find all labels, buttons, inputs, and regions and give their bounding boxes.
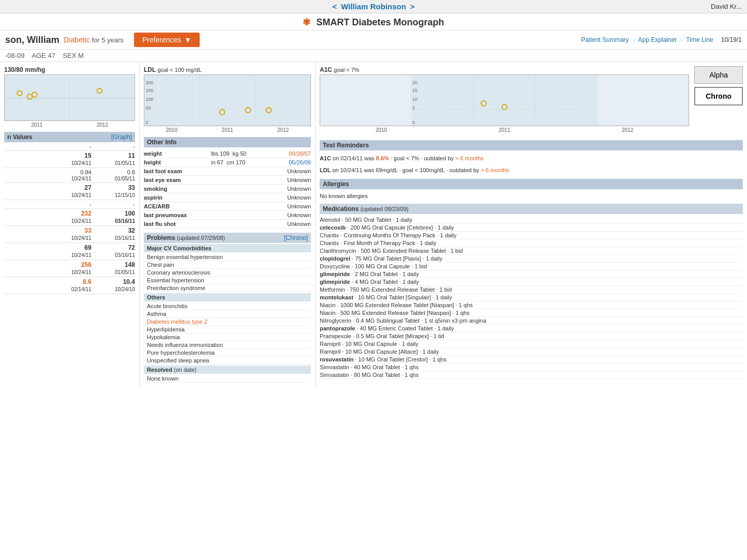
graph-link[interactable]: [Graph] <box>111 133 132 141</box>
allergies-header: Allergies <box>320 179 743 189</box>
lab-v2: 10.410/24/10 <box>92 278 135 293</box>
ace-label: ACE/ARB <box>144 203 211 209</box>
ldl-x-axis: 2010 2011 2012 <box>144 127 311 133</box>
med-item: Simvastatin · 40 MG Oral Tablet · 1 qhs <box>320 364 743 371</box>
lab-v1: 23210/24/11 <box>48 210 91 224</box>
bp-chart-title: 130/80 mm/hg <box>4 66 135 73</box>
title-bar: ✾ SMART Diabetes Monograph <box>0 13 747 31</box>
problems-header: Problems (updated 07/29/08) [Chrono] <box>144 233 311 243</box>
medications-list: Atenolol · 50 MG Oral Tablet · 1 daily c… <box>320 216 743 379</box>
a1c-chart-container: 20 15 10 5 0 <box>320 74 689 126</box>
right-links: Patient Summary · App Explainer · Time L… <box>579 36 742 43</box>
svg-text:0: 0 <box>412 120 415 125</box>
problem-item: Essential hypertension <box>144 277 311 284</box>
lab-label <box>4 244 48 259</box>
smoking-date: Unknown <box>270 186 311 192</box>
med-item: Ramipril · 10 MG Oral Capsule · 1 daily <box>320 340 743 348</box>
aspirin-value <box>211 194 270 201</box>
flower-icon: ✾ <box>303 17 310 27</box>
a1c-year-2012: 2012 <box>622 127 633 133</box>
lab-v2: 3312/15/10 <box>92 184 135 199</box>
lab-row: 3310/24/11 3203/16/11 <box>4 226 135 243</box>
header-date: 10/19/1 <box>721 36 742 43</box>
foot-date: Unknown <box>270 168 311 174</box>
info-row-foot: last foot exam Unknown <box>144 167 311 176</box>
pneumovax-date: Unknown <box>270 212 311 218</box>
lab-row: 23210/24/11 10003/16/11 <box>4 209 135 226</box>
problem-item: Chest pain <box>144 261 311 269</box>
a1c-chart-title: A1C goal < 7% <box>320 66 689 73</box>
sex-label: SEX <box>63 52 76 59</box>
weight-value: lbs 109 kg 50 <box>211 150 270 157</box>
ldl-year-2010: 2010 <box>166 127 177 133</box>
problem-item: Benign essential hypertension <box>144 253 311 261</box>
ldl-outdated-label: > 6 months <box>481 167 509 173</box>
alpha-button[interactable]: Alpha <box>694 66 743 84</box>
med-item: Ramipril · 10 MG Oral Capsule [Altace] ·… <box>320 348 743 356</box>
app-title: SMART Diabetes Monograph <box>317 17 444 27</box>
svg-text:50: 50 <box>146 105 151 111</box>
med-item: Pramipexole · 0.5 MG Oral Tablet [Mirape… <box>320 332 743 340</box>
bp-chart-section: 130/80 mm/hg 2011 2012 <box>4 66 135 128</box>
problems-title: Problems (updated 07/29/08) <box>147 234 225 241</box>
med-item: glimepiride · 2 MG Oral Tablet · 1 daily <box>320 270 743 278</box>
preferences-button[interactable]: Preferences ▼ <box>134 33 200 47</box>
lab-label <box>4 184 48 199</box>
height-value: in 67 cm 170 <box>211 159 270 165</box>
med-item: Atenolol · 50 MG Oral Tablet · 1 daily <box>320 216 743 224</box>
med-item: Niacin · 500 MG Extended Release Tablet … <box>320 309 743 317</box>
patient-summary-link[interactable]: Patient Summary <box>581 36 629 43</box>
other-info-table: weight lbs 109 kg 50 09/28/07 height in … <box>144 149 311 229</box>
lab-v1: 25610/24/11 <box>48 261 91 276</box>
lab-v1: 6910/24/11 <box>48 244 91 259</box>
svg-text:5: 5 <box>412 105 415 111</box>
a1c-chart-section: A1C goal < 7% 20 15 10 5 0 <box>320 66 689 133</box>
separator2: · <box>681 36 682 43</box>
lab-v1: 0.8410/24/11 <box>48 169 91 181</box>
ldl-chart-section: LDL goal < 100 mg/dL 200 150 100 50 0 <box>144 66 311 133</box>
lab-v2: 7203/16/11 <box>92 244 135 259</box>
none-known: None known <box>144 375 311 383</box>
resolved-header: Resolved (on date) <box>144 366 311 374</box>
problem-item: Pure hypercholesterolemia <box>144 349 311 357</box>
lab-label <box>4 227 48 241</box>
aspirin-date: Unknown <box>270 194 311 201</box>
bp-chart-svg <box>5 75 135 121</box>
med-item: rosuvastatin · 10 MG Oral Tablet [Cresto… <box>320 356 743 364</box>
svg-text:200: 200 <box>146 80 154 85</box>
top-nav: < William Robinson > David Kr... <box>0 0 747 13</box>
bp-year-2011: 2011 <box>31 122 42 128</box>
eye-value <box>211 177 270 183</box>
a1c-chart-svg: 20 15 10 5 0 <box>320 75 689 126</box>
eye-label: last eye exam <box>144 177 211 183</box>
app-explainer-link[interactable]: App Explainer <box>638 36 677 43</box>
med-item: pantoprazole · 40 MG Enteric Coated Tabl… <box>320 325 743 332</box>
allergies-text: No known allergies <box>320 191 743 201</box>
weight-label: weight <box>144 150 211 157</box>
timeline-link[interactable]: Time Line <box>686 36 713 43</box>
pneumovax-value <box>211 212 270 218</box>
ldl-chart-container: 200 150 100 50 0 <box>144 74 311 126</box>
prev-patient-btn[interactable]: < <box>332 2 337 11</box>
lab-v1: - <box>48 201 91 207</box>
right-panel: A1C goal < 7% 20 15 10 5 0 <box>316 62 747 387</box>
chrono-button[interactable]: Chrono <box>694 87 743 105</box>
med-item: glimepiride · 4 MG Oral Tablet · 1 daily <box>320 278 743 286</box>
right-charts: A1C goal < 7% 20 15 10 5 0 <box>320 66 689 137</box>
age-label: AGE <box>32 52 46 59</box>
patient-navigation[interactable]: < William Robinson > <box>332 2 414 11</box>
lab-v2: - <box>92 143 135 149</box>
med-item: Doxycycline · 100 MG Oral Capsule · 1 bi… <box>320 263 743 270</box>
lab-label <box>4 143 48 149</box>
info-row-weight: weight lbs 109 kg 50 09/28/07 <box>144 149 311 158</box>
med-item: Metformin · 750 MG Extended Release Tabl… <box>320 286 743 294</box>
chrono-link[interactable]: [Chrono] <box>284 234 308 241</box>
lab-label <box>4 169 48 181</box>
next-patient-btn[interactable]: > <box>410 2 415 11</box>
dropdown-arrow-icon: ▼ <box>184 36 191 44</box>
info-row-aspirin: aspirin Unknown <box>144 193 311 202</box>
lab-v2: 0.801/05/11 <box>92 169 135 181</box>
lab-label <box>4 201 48 207</box>
med-item: Chantix · Continuing Months Of Therapy P… <box>320 232 743 239</box>
a1c-reminder: A1C on 02/14/11 was 8.6% · goal < 7% · o… <box>320 153 743 164</box>
